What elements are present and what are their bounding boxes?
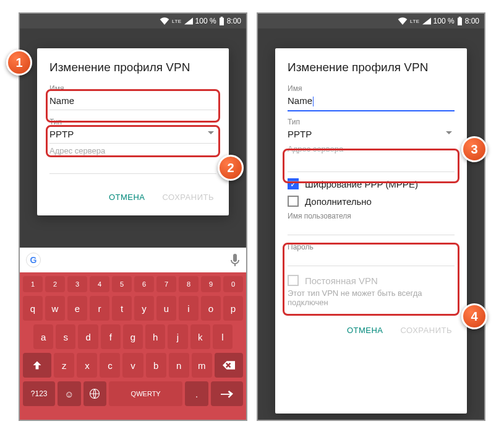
backspace-key[interactable] [215,353,243,378]
battery-text: 100 % [195,17,216,25]
key-m[interactable]: m [192,353,212,378]
cancel-button[interactable]: ОТМЕНА [344,322,386,339]
key-c[interactable]: c [100,353,120,378]
chevron-down-icon [446,131,452,134]
dialog-buttons: ОТМЕНА СОХРАНИТЬ [288,317,455,344]
vpn-dialog: Изменение профиля VPN Имя Name Тип PPTP … [37,48,229,215]
key-2[interactable]: 2 [45,276,65,292]
key-6[interactable]: 6 [134,276,154,292]
key-w[interactable]: w [45,296,65,321]
dialog-title: Изменение профиля VPN [49,61,216,74]
mppe-checkbox[interactable] [288,178,299,189]
server-label[interactable]: Адрес сервера [288,142,455,157]
signal-icon [184,17,193,25]
advanced-checkbox[interactable] [288,196,299,207]
key-d[interactable]: d [78,324,98,349]
name-input[interactable]: Name [288,93,455,111]
key-u[interactable]: u [156,296,176,321]
key-n[interactable]: n [169,353,189,378]
symbols-key[interactable]: ?123 [23,381,55,406]
battery-text: 100 % [434,17,455,25]
username-label: Имя пользователя [288,212,455,220]
type-dropdown[interactable]: PPTP [49,126,216,144]
key-x[interactable]: x [77,353,97,378]
save-button[interactable]: СОХРАНИТЬ [398,322,455,339]
marker-4: 4 [461,303,487,329]
name-input[interactable]: Name [49,93,216,110]
space-key[interactable]: QWERTY [109,381,182,406]
marker-2: 2 [218,155,244,181]
server-underline [49,159,216,174]
marker-1: 1 [6,50,32,76]
key-7[interactable]: 7 [156,276,176,292]
key-4[interactable]: 4 [90,276,109,292]
always-on-helper: Этот тип VPN не может быть всегда подклю… [288,288,455,307]
type-value: PPTP [288,129,312,139]
key-f[interactable]: f [101,324,121,349]
key-v[interactable]: v [122,353,143,378]
key-9[interactable]: 9 [201,276,221,292]
key-p[interactable]: p [223,296,243,321]
always-on-label: Постоянная VPN [305,275,378,286]
always-on-checkbox [288,275,299,286]
keyboard-number-row: 1234567890 [20,272,246,294]
key-b[interactable]: b [146,353,166,378]
name-label: Имя [288,84,455,93]
key-h[interactable]: h [145,324,165,349]
key-r[interactable]: r [90,296,109,321]
key-8[interactable]: 8 [179,276,199,292]
key-0[interactable]: 0 [223,276,243,292]
emoji-key[interactable]: ☺ [58,381,80,406]
cancel-button[interactable]: ОТМЕНА [106,189,148,206]
advanced-checkbox-row[interactable]: Дополнительно [288,196,455,207]
chevron-down-icon [208,131,214,134]
dialog-buttons: ОТМЕНА СОХРАНИТЬ [49,184,216,210]
key-t[interactable]: t [112,296,132,321]
server-label[interactable]: Адрес сервера [49,144,216,159]
key-s[interactable]: s [56,324,75,349]
mic-icon[interactable] [230,254,240,266]
key-a[interactable]: a [33,324,53,349]
key-o[interactable]: o [201,296,221,321]
key-k[interactable]: k [190,324,210,349]
type-label: Тип [288,118,455,126]
google-icon[interactable]: G [26,253,41,267]
dialog-title: Изменение профиля VPN [288,61,455,74]
always-on-row: Постоянная VPN [288,275,455,286]
mppe-checkbox-row[interactable]: Шифрование PPP (MPPE) [288,178,455,189]
type-value: PPTP [49,129,74,139]
clock: 8:00 [465,17,479,25]
key-i[interactable]: i [179,296,199,321]
enter-key[interactable] [211,381,243,406]
key-j[interactable]: j [168,324,187,349]
username-input[interactable] [288,220,455,235]
battery-icon [219,17,224,25]
globe-key[interactable] [83,381,106,406]
key-y[interactable]: y [134,296,154,321]
keyboard-bottom-row: ?123 ☺ QWERTY . [20,379,246,408]
period-key[interactable]: . [185,381,208,406]
name-value: Name [288,95,312,106]
keyboard-row-2: asdfghjkl [20,323,246,351]
key-g[interactable]: g [123,324,143,349]
save-button[interactable]: СОХРАНИТЬ [160,189,216,206]
keyboard-row-3: zxcvbnm [20,351,246,379]
type-label: Тип [49,118,216,126]
password-label: Пароль [288,243,455,251]
vpn-dialog: Изменение профиля VPN Имя Name Тип PPTP … [275,48,467,414]
key-1[interactable]: 1 [23,276,43,292]
type-dropdown[interactable]: PPTP [288,126,455,139]
key-e[interactable]: e [67,296,87,321]
mppe-label: Шифрование PPP (MPPE) [305,179,418,189]
key-3[interactable]: 3 [67,276,87,292]
key-z[interactable]: z [54,353,74,378]
key-5[interactable]: 5 [112,276,132,292]
text-cursor [313,97,314,106]
keyboard[interactable]: G 1234567890 qwertyuiop asdfghjkl zxcvbn… [20,248,246,420]
phone-left: LTE 100 % 8:00 Изменение профиля VPN Имя… [19,12,247,421]
shift-key[interactable] [23,353,51,378]
password-input[interactable] [288,251,455,266]
signal-icon [422,17,431,25]
key-l[interactable]: l [213,324,233,349]
key-q[interactable]: q [23,296,43,321]
